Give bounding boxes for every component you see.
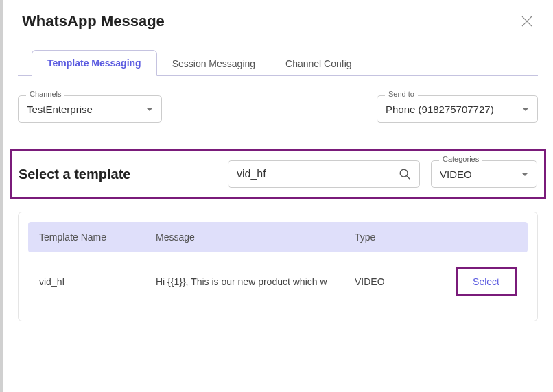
channels-select[interactable]: TestEnterprise — [18, 95, 162, 123]
templates-table: Template Name Message Type vid_hf Hi {{1… — [18, 212, 538, 321]
template-search-wrap — [228, 160, 420, 188]
categories-value: VIDEO — [440, 169, 472, 180]
col-header-type: Type — [355, 232, 437, 243]
cell-message: Hi {{1}}, This is our new product which … — [156, 276, 355, 287]
chevron-down-icon — [521, 173, 528, 176]
select-template-section: Select a template Categories VIDEO — [10, 149, 546, 199]
cell-type: VIDEO — [355, 276, 437, 287]
sendto-label: Send to — [385, 90, 418, 98]
close-icon[interactable] — [520, 14, 534, 28]
page-title: WhatsApp Message — [22, 12, 165, 30]
table-row: vid_hf Hi {{1}}, This is our new product… — [28, 252, 528, 311]
chevron-down-icon — [146, 108, 153, 111]
chevron-down-icon — [522, 108, 529, 111]
col-header-name: Template Name — [39, 232, 156, 243]
tab-template-messaging[interactable]: Template Messaging — [32, 50, 157, 76]
tab-session-messaging[interactable]: Session Messaging — [157, 51, 270, 76]
sendto-select[interactable]: Phone (918275707727) — [377, 95, 538, 123]
channels-value: TestEnterprise — [27, 103, 93, 115]
select-button[interactable]: Select — [456, 267, 517, 296]
col-header-message: Message — [156, 232, 355, 243]
sendto-value: Phone (918275707727) — [386, 103, 494, 115]
search-icon[interactable] — [399, 168, 411, 180]
channels-label: Channels — [26, 90, 64, 98]
table-header: Template Name Message Type — [28, 222, 528, 252]
cell-template-name: vid_hf — [39, 276, 156, 287]
categories-label: Categories — [439, 155, 482, 163]
template-search-input[interactable] — [237, 168, 393, 180]
svg-line-3 — [407, 176, 410, 180]
tab-bar: Template Messaging Session Messaging Cha… — [18, 49, 538, 76]
select-template-heading: Select a template — [19, 167, 217, 182]
svg-point-2 — [400, 169, 408, 177]
tab-channel-config[interactable]: Channel Config — [270, 51, 367, 76]
categories-select[interactable]: VIDEO — [431, 160, 537, 188]
